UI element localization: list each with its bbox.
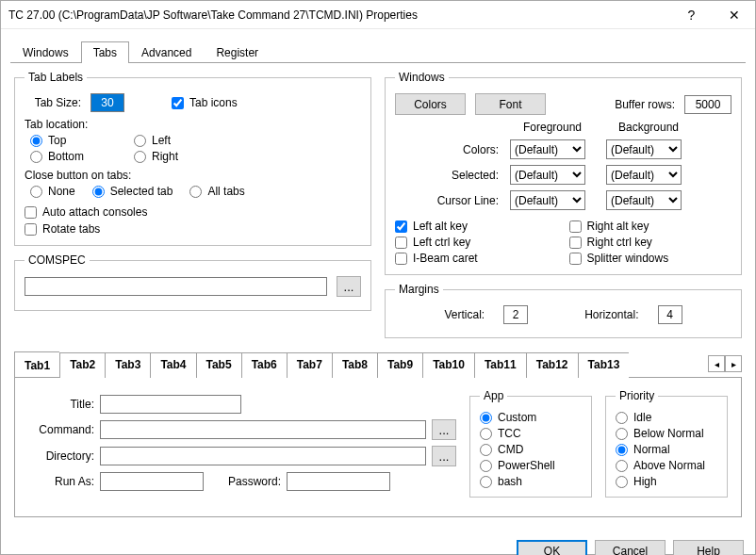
comspec-group: COMSPEC ...	[14, 253, 371, 311]
auto-attach-check[interactable]	[25, 206, 37, 219]
close-button-label: Close button on tabs:	[25, 169, 361, 182]
tab-labels-group: Tab Labels Tab Size: Tab icons Tab locat…	[14, 71, 371, 246]
inner-tab-1[interactable]: Tab1	[14, 351, 59, 377]
app-powershell-radio[interactable]	[480, 460, 492, 472]
inner-tab-6[interactable]: Tab6	[241, 352, 287, 378]
inner-tab-10[interactable]: Tab10	[422, 352, 474, 378]
directory-label: Directory:	[28, 449, 94, 463]
loc-top-radio[interactable]	[30, 135, 42, 147]
directory-browse-button[interactable]: ...	[432, 446, 456, 466]
inner-tab-11[interactable]: Tab11	[474, 352, 526, 378]
app-bash-radio[interactable]	[480, 476, 492, 488]
tab-icons-label: Tab icons	[189, 96, 238, 109]
tab-scroll-right-icon[interactable]: ▸	[725, 355, 742, 372]
app-tcc-radio[interactable]	[480, 428, 492, 440]
cancel-button[interactable]: Cancel	[595, 540, 666, 555]
right-ctrl-check[interactable]	[569, 237, 582, 249]
loc-right-radio[interactable]	[134, 151, 146, 163]
margins-group: Margins Vertical: Horizontal:	[385, 283, 742, 338]
priority-below-radio[interactable]	[616, 428, 628, 440]
priority-group: Priority Idle Below Normal Normal Above …	[605, 389, 728, 498]
inner-tab-8[interactable]: Tab8	[332, 352, 377, 378]
colors-bg-select[interactable]: (Default)	[606, 139, 682, 159]
ibeam-check[interactable]	[395, 253, 407, 265]
loc-left-radio[interactable]	[134, 135, 146, 147]
priority-high-radio[interactable]	[616, 476, 628, 488]
priority-above-radio[interactable]	[616, 460, 628, 472]
app-legend: App	[480, 389, 507, 402]
selected-fg-select[interactable]: (Default)	[510, 165, 585, 185]
colors-fg-select[interactable]: (Default)	[510, 139, 585, 159]
title-input[interactable]	[100, 395, 241, 414]
cursor-row-label: Cursor Line:	[423, 194, 499, 207]
windows-group: Windows Colors Font Buffer rows: Foregro…	[385, 71, 742, 275]
horizontal-input[interactable]	[658, 305, 682, 324]
inner-tab-2[interactable]: Tab2	[59, 352, 105, 378]
inner-tab-13[interactable]: Tab13	[578, 352, 630, 378]
buffer-rows-input[interactable]	[684, 95, 731, 114]
command-label: Command:	[28, 423, 94, 436]
help-button[interactable]: Help	[673, 540, 744, 555]
close-selected-radio[interactable]	[92, 186, 105, 198]
runas-input[interactable]	[100, 472, 204, 491]
left-ctrl-check[interactable]	[395, 237, 407, 249]
ok-button[interactable]: OK	[517, 540, 587, 555]
cursor-bg-select[interactable]: (Default)	[606, 190, 682, 210]
priority-idle-radio[interactable]	[616, 412, 628, 424]
selected-bg-select[interactable]: (Default)	[606, 165, 682, 185]
app-custom-radio[interactable]	[480, 412, 492, 424]
tab-labels-legend: Tab Labels	[25, 71, 87, 84]
windows-legend: Windows	[395, 71, 449, 84]
vertical-label: Vertical:	[444, 308, 485, 321]
titlebar: TC 27.00 (C:\ProgramData\JP Software\Tak…	[1, 1, 755, 29]
tab-register[interactable]: Register	[204, 41, 271, 63]
vertical-input[interactable]	[503, 305, 528, 324]
runas-label: Run As:	[28, 475, 94, 488]
horizontal-label: Horizontal:	[584, 308, 638, 321]
tab-size-label: Tab Size:	[25, 96, 81, 109]
margins-legend: Margins	[395, 283, 443, 296]
right-alt-check[interactable]	[569, 220, 582, 233]
loc-bottom-radio[interactable]	[30, 151, 42, 163]
tab-scroll-left-icon[interactable]: ◂	[708, 355, 725, 372]
directory-input[interactable]	[100, 447, 426, 465]
comspec-browse-button[interactable]: ...	[337, 276, 361, 297]
rotate-tabs-check[interactable]	[25, 223, 37, 236]
splitter-check[interactable]	[569, 253, 582, 265]
colors-button[interactable]: Colors	[395, 93, 466, 115]
tab-advanced[interactable]: Advanced	[129, 41, 204, 63]
priority-legend: Priority	[616, 389, 658, 402]
app-cmd-radio[interactable]	[480, 444, 492, 456]
tab-tabs[interactable]: Tabs	[81, 41, 129, 63]
command-input[interactable]	[100, 420, 426, 439]
inner-tab-9[interactable]: Tab9	[377, 352, 422, 378]
selected-row-label: Selected:	[423, 169, 499, 182]
tab-windows[interactable]: Windows	[10, 41, 81, 63]
priority-normal-radio[interactable]	[616, 444, 628, 456]
inner-tab-12[interactable]: Tab12	[526, 352, 578, 378]
password-input[interactable]	[287, 472, 390, 491]
inner-tab-5[interactable]: Tab5	[196, 352, 241, 378]
buffer-rows-label: Buffer rows:	[615, 98, 675, 111]
comspec-input[interactable]	[25, 277, 327, 296]
main-tabstrip: Windows Tabs Advanced Register	[10, 41, 746, 63]
close-icon[interactable]: ✕	[713, 1, 755, 29]
help-icon[interactable]: ?	[670, 1, 713, 29]
inner-tab-3[interactable]: Tab3	[105, 352, 150, 378]
close-none-radio[interactable]	[30, 186, 42, 198]
font-button[interactable]: Font	[475, 93, 546, 115]
command-browse-button[interactable]: ...	[432, 419, 456, 440]
inner-tab-4[interactable]: Tab4	[150, 352, 195, 378]
tab-size-input[interactable]	[90, 93, 124, 112]
foreground-header: Foreground	[510, 121, 595, 134]
cursor-fg-select[interactable]: (Default)	[510, 190, 585, 210]
app-group: App Custom TCC CMD PowerShell bash	[469, 389, 592, 498]
tab-icons-check[interactable]	[172, 97, 184, 109]
password-label: Password:	[228, 475, 281, 488]
dialog-footer: OK Cancel Help	[1, 531, 755, 555]
inner-tab-7[interactable]: Tab7	[287, 352, 332, 378]
colors-row-label: Colors:	[423, 143, 499, 156]
close-all-radio[interactable]	[189, 186, 202, 198]
left-alt-check[interactable]	[395, 220, 407, 233]
tab-location-label: Tab location:	[25, 118, 361, 131]
